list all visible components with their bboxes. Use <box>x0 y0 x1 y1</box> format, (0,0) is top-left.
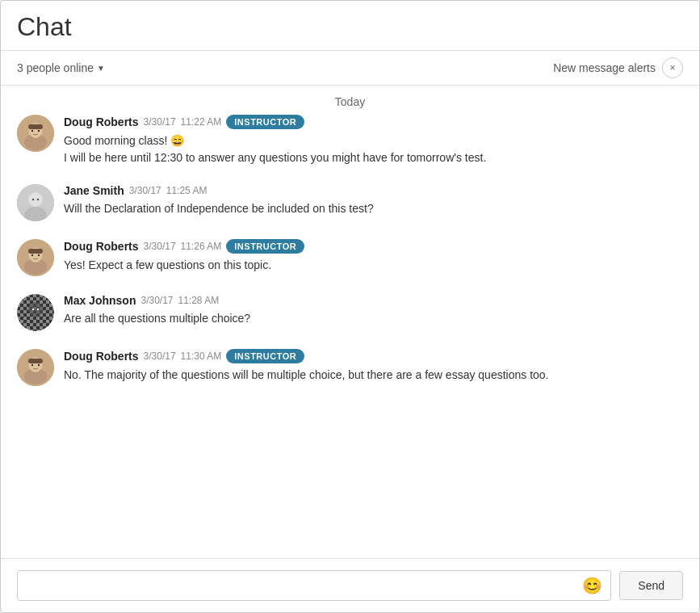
message-meta: Jane Smith 3/30/17 11:25 AM <box>64 184 683 197</box>
message-date: 3/30/17 <box>144 241 176 252</box>
message-text: No. The majority of the questions will b… <box>64 367 683 384</box>
message-time: 11:26 AM <box>181 241 222 252</box>
instructor-badge: INSTRUCTOR <box>226 239 304 254</box>
message-content: Doug Roberts 3/30/17 11:22 AM INSTRUCTOR… <box>64 115 683 166</box>
svg-point-4 <box>31 130 33 132</box>
svg-rect-18 <box>28 249 43 254</box>
message-content: Jane Smith 3/30/17 11:25 AM Will the Dec… <box>64 184 683 217</box>
instructor-badge: INSTRUCTOR <box>226 115 304 129</box>
message-text: Are all the questions multiple choice? <box>64 310 683 327</box>
message-group: Doug Roberts 3/30/17 11:30 AM INSTRUCTOR… <box>17 349 683 386</box>
message-group: Doug Roberts 3/30/17 11:26 AM INSTRUCTOR… <box>17 239 683 276</box>
chat-header: Chat <box>1 1 699 51</box>
svg-point-24 <box>28 302 43 317</box>
chat-input-wrapper: 😊 <box>17 570 611 601</box>
message-time: 11:28 AM <box>178 295 220 306</box>
message-text: I will be here until 12:30 to answer any… <box>64 149 683 166</box>
message-text: Yes! Expect a few questions on this topi… <box>64 257 683 274</box>
svg-point-32 <box>38 364 40 366</box>
svg-point-17 <box>38 254 40 256</box>
page-title: Chat <box>17 12 683 42</box>
chevron-down-icon: ▼ <box>97 64 105 73</box>
svg-point-5 <box>38 130 40 132</box>
message-date: 3/30/17 <box>144 351 176 362</box>
message-text: Will the Declaration of Independence be … <box>64 200 683 217</box>
chat-window: Chat 3 people online ▼ New message alert… <box>0 0 700 613</box>
message-group: Jane Smith 3/30/17 11:25 AM Will the Dec… <box>17 184 683 221</box>
avatar <box>17 349 54 386</box>
emoji-button[interactable]: 😊 <box>582 577 602 594</box>
svg-rect-33 <box>28 359 43 363</box>
instructor-badge: INSTRUCTOR <box>226 349 304 363</box>
message-content: Doug Roberts 3/30/17 11:30 AM INSTRUCTOR… <box>64 349 683 384</box>
message-group: Doug Roberts 3/30/17 11:22 AM INSTRUCTOR… <box>17 115 683 166</box>
message-date: 3/30/17 <box>144 116 176 128</box>
svg-point-11 <box>37 199 39 200</box>
message-meta: Doug Roberts 3/30/17 11:22 AM INSTRUCTOR <box>64 115 683 129</box>
alerts-label: New message alerts <box>553 61 656 74</box>
people-online-button[interactable]: 3 people online ▼ <box>17 61 105 74</box>
sender-name: Jane Smith <box>64 184 124 197</box>
avatar <box>17 184 54 221</box>
svg-rect-6 <box>28 124 43 129</box>
avatar <box>17 239 54 276</box>
sender-name: Doug Roberts <box>64 240 139 253</box>
message-meta: Doug Roberts 3/30/17 11:30 AM INSTRUCTOR <box>64 349 683 363</box>
sender-name: Max Johnson <box>64 294 136 307</box>
close-alerts-button[interactable]: × <box>662 57 683 78</box>
svg-point-8 <box>28 192 43 207</box>
chat-input-area: 😊 Send <box>1 558 699 612</box>
svg-point-26 <box>37 309 39 310</box>
avatar <box>17 115 54 152</box>
svg-point-31 <box>31 364 33 366</box>
chat-toolbar: 3 people online ▼ New message alerts × <box>1 51 699 86</box>
message-group: Max Johnson 3/30/17 11:28 AM Are all the… <box>17 294 683 331</box>
message-date: 3/30/17 <box>140 295 173 306</box>
message-time: 11:22 AM <box>181 116 222 128</box>
close-icon: × <box>669 62 675 73</box>
messages-area: Today Doug Roberts 3/30/17 <box>1 86 699 558</box>
svg-point-25 <box>32 309 34 310</box>
message-meta: Max Johnson 3/30/17 11:28 AM <box>64 294 683 307</box>
message-content: Doug Roberts 3/30/17 11:26 AM INSTRUCTOR… <box>64 239 683 274</box>
message-date: 3/30/17 <box>129 185 161 196</box>
svg-point-16 <box>31 254 33 256</box>
svg-point-10 <box>32 199 34 200</box>
chat-input[interactable] <box>26 579 582 592</box>
date-divider: Today <box>17 86 683 115</box>
message-time: 11:25 AM <box>166 185 207 196</box>
alerts-area: New message alerts × <box>553 57 683 78</box>
send-button[interactable]: Send <box>619 571 683 600</box>
message-text: Good morning class! 😄 <box>64 132 683 149</box>
message-content: Max Johnson 3/30/17 11:28 AM Are all the… <box>64 294 683 327</box>
sender-name: Doug Roberts <box>64 115 139 128</box>
people-online-label: 3 people online <box>17 61 94 74</box>
avatar <box>17 294 54 331</box>
message-time: 11:30 AM <box>181 351 222 362</box>
message-meta: Doug Roberts 3/30/17 11:26 AM INSTRUCTOR <box>64 239 683 254</box>
sender-name: Doug Roberts <box>64 350 139 363</box>
